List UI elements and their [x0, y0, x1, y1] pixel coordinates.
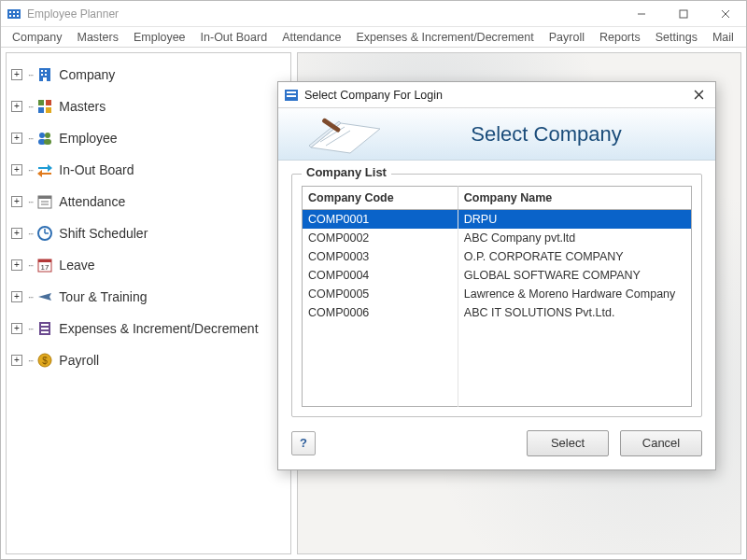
cell-company-code: COMP0004 [303, 266, 458, 285]
dialog-titlebar[interactable]: Select Company For Login [278, 82, 715, 108]
svg-rect-18 [46, 100, 51, 105]
expand-icon[interactable]: + [11, 133, 22, 144]
tree-item[interactable]: +···Attendance [9, 186, 288, 217]
menu-settings[interactable]: Settings [648, 29, 705, 46]
select-company-dialog: Select Company For Login Select Company … [277, 81, 716, 470]
cancel-button[interactable]: Cancel [620, 430, 702, 456]
tree-connector: ··· [28, 197, 33, 207]
table-row [303, 356, 692, 372]
tree-connector: ··· [28, 260, 33, 271]
tree-item-label: Payroll [59, 353, 99, 368]
tree-item[interactable]: +···Tour & Training [9, 281, 288, 313]
people-icon [36, 130, 53, 147]
clock-icon [36, 225, 53, 242]
col-company-code[interactable]: Company Code [303, 187, 458, 210]
svg-rect-33 [38, 259, 51, 262]
dialog-close-button[interactable] [682, 82, 715, 107]
tree-item[interactable]: +···In-Out Board [9, 154, 288, 186]
arrows-icon [36, 161, 53, 178]
cell-company-name: Lawrence & Moreno Hardware Company [458, 285, 691, 303]
company-table[interactable]: Company Code Company Name COMP0001DRPUCO… [302, 186, 692, 407]
cell-company-code: COMP0002 [303, 229, 458, 247]
svg-rect-8 [680, 10, 687, 18]
menu-masters[interactable]: Masters [70, 29, 126, 46]
svg-rect-17 [38, 100, 44, 105]
tree-connector: ··· [28, 165, 33, 175]
svg-rect-24 [44, 139, 51, 145]
tree-item[interactable]: +···Employee [9, 122, 288, 154]
svg-rect-5 [13, 15, 15, 17]
tree-item-label: In-Out Board [59, 162, 134, 177]
menu-reports[interactable]: Reports [592, 29, 648, 46]
tree-item-label: Company [59, 67, 115, 82]
company-list-fieldset: Company List Company Code Company Name C… [291, 174, 702, 417]
svg-rect-19 [38, 107, 44, 113]
svg-rect-0 [7, 9, 21, 19]
table-row[interactable]: COMP0001DRPU [303, 210, 692, 230]
tree-item[interactable]: +···Company [9, 59, 288, 91]
table-row[interactable]: COMP0005Lawrence & Moreno Hardware Compa… [303, 285, 692, 303]
table-row[interactable]: COMP0002ABC Company pvt.ltd [303, 229, 692, 247]
expand-icon[interactable]: + [11, 164, 22, 175]
svg-rect-3 [17, 11, 19, 13]
plane-icon [36, 288, 53, 305]
tree-item-label: Attendance [59, 194, 125, 209]
svg-rect-20 [46, 107, 51, 113]
svg-point-21 [39, 133, 45, 138]
table-row[interactable]: COMP0006ABC IT SOLUTIONS Pvt.Ltd. [303, 303, 692, 322]
expand-icon[interactable]: + [11, 259, 22, 271]
tree-connector: ··· [28, 70, 33, 80]
tree-item[interactable]: +···Masters [9, 91, 288, 122]
tree-connector: ··· [28, 133, 33, 144]
navigation-tree: +···Company+···Masters+···Employee+···In… [6, 52, 291, 554]
menu-payroll[interactable]: Payroll [542, 29, 592, 46]
window-titlebar: Employee Planner [1, 1, 746, 27]
menu-attendance[interactable]: Attendance [275, 29, 348, 46]
svg-rect-2 [13, 11, 15, 13]
tree-connector: ··· [28, 102, 33, 112]
tree-connector: ··· [28, 324, 33, 334]
window-close-button[interactable] [704, 1, 746, 26]
col-company-name[interactable]: Company Name [458, 187, 691, 210]
menu-inoutboard[interactable]: In-Out Board [193, 29, 275, 46]
tree-item[interactable]: +···17Leave [9, 249, 288, 281]
expand-icon[interactable]: + [11, 196, 22, 207]
svg-rect-16 [43, 77, 47, 81]
cell-company-code: COMP0001 [303, 210, 458, 230]
tree-item-label: Leave [59, 258, 94, 273]
tree-connector: ··· [28, 292, 33, 302]
cell-company-name: ABC IT SOLUTIONS Pvt.Ltd. [458, 303, 691, 322]
menubar: Company Masters Employee In-Out Board At… [1, 27, 746, 48]
select-button[interactable]: Select [527, 430, 609, 456]
menu-company[interactable]: Company [5, 29, 70, 46]
menu-employee[interactable]: Employee [126, 29, 193, 46]
tree-item[interactable]: +···$Payroll [9, 344, 288, 376]
menu-expenses[interactable]: Expenses & Increment/Decrement [348, 29, 541, 46]
window-minimize-button[interactable] [620, 1, 662, 26]
cell-company-name: ABC Company pvt.ltd [458, 229, 691, 247]
expand-icon[interactable]: + [11, 291, 22, 302]
menu-help[interactable]: Help [741, 29, 747, 46]
svg-point-22 [45, 133, 50, 138]
table-row [303, 339, 692, 356]
blocks-icon [36, 98, 53, 115]
expand-icon[interactable]: + [11, 228, 22, 239]
coin-icon: $ [36, 352, 53, 369]
table-row[interactable]: COMP0004GLOBAL SOFTWARE COMPANY [303, 266, 692, 285]
menu-mail[interactable]: Mail [705, 29, 741, 46]
ledger-icon [36, 320, 53, 337]
expand-icon[interactable]: + [11, 355, 22, 366]
cell-company-name: DRPU [458, 210, 691, 230]
table-row[interactable]: COMP0003O.P. CORPORATE COMPANY [303, 247, 692, 266]
expand-icon[interactable]: + [11, 101, 22, 112]
help-button[interactable]: ? [291, 431, 316, 455]
expand-icon[interactable]: + [11, 69, 22, 80]
tree-item[interactable]: +···Expenses & Increment/Decrement [9, 313, 288, 344]
window-maximize-button[interactable] [662, 1, 704, 26]
tree-item[interactable]: +···Shift Scheduler [9, 217, 288, 249]
expand-icon[interactable]: + [11, 323, 22, 334]
svg-rect-12 [41, 70, 43, 72]
dialog-header: Select Company [278, 108, 715, 161]
svg-rect-4 [9, 15, 11, 17]
svg-rect-43 [287, 95, 296, 97]
